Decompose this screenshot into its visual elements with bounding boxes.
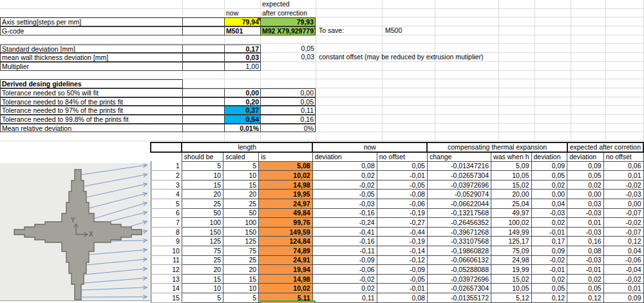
table-cell[interactable]: 0,01: [603, 171, 643, 181]
table-cell[interactable]: 0,01: [603, 284, 643, 293]
cell-empty[interactable]: [182, 53, 225, 62]
cell-expected-value[interactable]: 0,16: [260, 115, 316, 124]
table-cell[interactable]: -0,01347216: [427, 161, 491, 171]
cell-empty[interactable]: [182, 17, 225, 26]
is-measured-cell[interactable]: 19,95: [259, 190, 312, 199]
table-cell[interactable]: 149,99: [491, 227, 531, 237]
table-cell[interactable]: 15: [223, 274, 259, 284]
cell-expected-value[interactable]: 0%: [260, 124, 316, 133]
table-cell[interactable]: 125: [223, 237, 259, 246]
table-cell[interactable]: 15: [182, 180, 223, 190]
cell-empty[interactable]: [182, 115, 225, 124]
cell-label[interactable]: Tolerance needed so 50% will fit: [0, 88, 183, 97]
row-number-cell[interactable]: 3: [151, 180, 182, 190]
table-cell[interactable]: -0,13217568: [427, 208, 491, 218]
row-number-cell[interactable]: 14: [151, 284, 182, 293]
group-header-cell[interactable]: now: [312, 142, 427, 152]
row-number-cell[interactable]: 1: [151, 161, 182, 171]
row-number-cell[interactable]: 2: [151, 171, 182, 181]
cell-now-value[interactable]: 1,00: [224, 62, 261, 71]
table-cell[interactable]: -0,24: [312, 218, 377, 228]
cell-expected-value[interactable]: 0,11: [260, 106, 316, 115]
table-cell[interactable]: 0,00: [567, 190, 604, 199]
is-measured-cell[interactable]: 14,98: [259, 274, 312, 284]
table-cell[interactable]: 49,97: [491, 208, 531, 218]
table-cell[interactable]: 100: [223, 218, 259, 228]
row-number-cell[interactable]: 13: [151, 274, 182, 284]
table-cell[interactable]: -0,03972696: [427, 274, 491, 284]
table-cell[interactable]: -0,05288088: [427, 265, 491, 275]
table-cell[interactable]: -0,03: [567, 208, 604, 218]
column-header-cell[interactable]: was when h: [491, 152, 531, 162]
column-header-cell[interactable]: change: [427, 152, 491, 162]
cell-expected-value[interactable]: 0,05: [260, 97, 316, 106]
table-cell[interactable]: -0,01: [377, 171, 427, 181]
table-cell[interactable]: -0,02: [531, 255, 567, 265]
selected-cell-partial[interactable]: [260, 300, 316, 303]
table-cell[interactable]: 15,02: [491, 274, 531, 284]
cell-expected-value[interactable]: 0,05: [260, 44, 316, 54]
group-header-cell[interactable]: compensating thermal expansion: [427, 142, 567, 152]
group-header-cell[interactable]: length: [182, 142, 312, 152]
column-header-cell[interactable]: should be: [182, 152, 223, 162]
cell-empty[interactable]: [182, 62, 225, 71]
table-cell[interactable]: 10,05: [491, 171, 531, 181]
table-cell[interactable]: 15: [223, 180, 259, 190]
cell-empty[interactable]: [182, 26, 225, 35]
table-cell[interactable]: -0,07: [603, 227, 643, 237]
cell-now-value[interactable]: 0,54: [224, 115, 261, 124]
table-cell[interactable]: -0,44: [377, 227, 427, 237]
table-cell[interactable]: 15: [182, 274, 223, 284]
cell-now-value[interactable]: 0,17: [224, 44, 261, 54]
is-measured-cell[interactable]: 49,84: [259, 208, 312, 218]
table-cell[interactable]: 0,00: [531, 190, 567, 199]
row-number-cell[interactable]: 10: [151, 246, 182, 256]
table-cell[interactable]: 24,98: [491, 255, 531, 265]
table-cell[interactable]: 0,12: [603, 237, 643, 246]
cell-now-value[interactable]: 0,20: [224, 97, 261, 106]
table-cell[interactable]: 0,02: [531, 180, 567, 190]
table-cell[interactable]: -0,09: [312, 255, 377, 265]
column-header-cell[interactable]: no offset: [377, 152, 427, 162]
table-cell[interactable]: 10,05: [491, 284, 531, 293]
cell-note[interactable]: constant offset (may be reduced by extru…: [317, 53, 575, 62]
table-cell[interactable]: 0,02: [312, 284, 377, 293]
cell-now-value[interactable]: 0,37: [224, 106, 261, 115]
table-cell[interactable]: 100,02: [491, 218, 531, 228]
table-cell[interactable]: 75,09: [491, 246, 531, 256]
row-number-cell[interactable]: 7: [151, 218, 182, 228]
table-cell[interactable]: 19,99: [491, 265, 531, 275]
cell-now-value[interactable]: 0,01%: [224, 124, 261, 133]
table-cell[interactable]: 75: [182, 246, 223, 256]
table-cell[interactable]: -0,27: [377, 218, 427, 228]
column-header-cell[interactable]: scaled: [223, 152, 259, 162]
table-cell[interactable]: -0,04: [603, 265, 643, 275]
table-cell[interactable]: 0,09: [603, 293, 643, 303]
table-cell[interactable]: 0,16: [567, 237, 604, 246]
table-cell[interactable]: 0,01: [567, 218, 604, 228]
is-measured-cell[interactable]: 14,98: [259, 180, 312, 190]
table-cell[interactable]: 0,12: [567, 293, 604, 303]
table-cell[interactable]: 10: [223, 284, 259, 293]
is-measured-cell[interactable]: 74,89: [259, 246, 312, 256]
table-cell[interactable]: -0,02: [312, 274, 377, 284]
row-number-cell[interactable]: 4: [151, 190, 182, 199]
table-cell[interactable]: -0,03: [567, 255, 604, 265]
table-cell[interactable]: -0,02657304: [427, 284, 491, 293]
cell-now-value[interactable]: 0,03: [224, 53, 261, 62]
table-cell[interactable]: -0,03: [567, 227, 604, 237]
cell-label[interactable]: mean wall thickness deviation [mm]: [0, 53, 183, 62]
cell-empty[interactable]: [182, 124, 225, 133]
table-cell[interactable]: 5,09: [491, 161, 531, 171]
table-cell[interactable]: -0,16: [312, 237, 377, 246]
table-cell[interactable]: 0,05: [531, 284, 567, 293]
table-cell[interactable]: 5: [223, 293, 259, 303]
table-cell[interactable]: 0,05: [377, 161, 427, 171]
cell-empty[interactable]: [182, 97, 225, 106]
table-cell[interactable]: 20: [182, 265, 223, 275]
table-cell[interactable]: 0,09: [531, 246, 567, 256]
table-cell[interactable]: -0,06622044: [427, 199, 491, 209]
table-cell[interactable]: 0,08: [312, 161, 377, 171]
is-measured-cell[interactable]: 19,94: [259, 265, 312, 275]
cell-label[interactable]: Tolerance needed to 97% of the prints fi…: [0, 106, 183, 115]
